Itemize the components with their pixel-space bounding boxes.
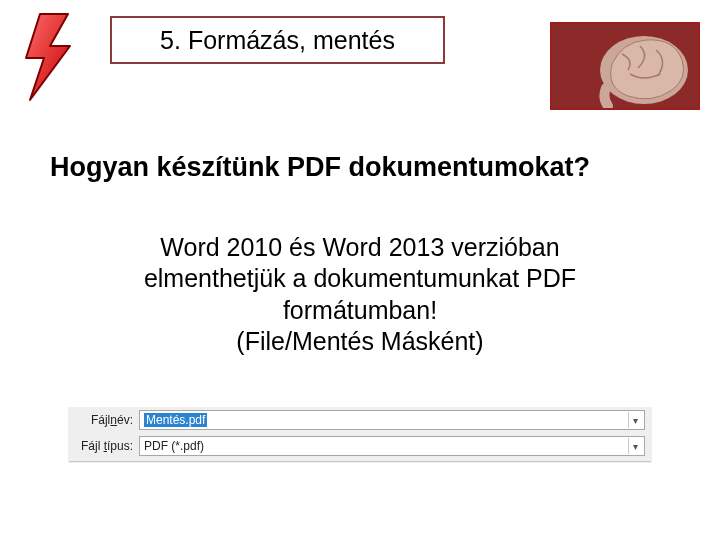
divider (69, 461, 651, 462)
body-line: (File/Mentés Másként) (80, 326, 640, 357)
filetype-label: Fájl típus: (75, 439, 133, 453)
body-line: Word 2010 és Word 2013 verzióban (80, 232, 640, 263)
chevron-down-icon[interactable]: ▾ (628, 412, 642, 428)
filename-row: Fájlnév: Mentés.pdf ▾ (69, 408, 651, 432)
body-text: Word 2010 és Word 2013 verzióban elmenth… (80, 232, 640, 357)
body-line: elmenthetjük a dokumentumunkat PDF (80, 263, 640, 294)
label-part: ípus: (107, 439, 133, 453)
svg-marker-0 (26, 14, 70, 100)
slide-title: 5. Formázás, mentés (160, 26, 395, 55)
save-as-dialog: Fájlnév: Mentés.pdf ▾ Fájl típus: PDF (*… (68, 407, 652, 463)
title-box: 5. Formázás, mentés (110, 16, 445, 64)
chevron-down-icon[interactable]: ▾ (628, 438, 642, 454)
label-underline: n (110, 413, 117, 427)
lightning-icon (20, 12, 80, 106)
brain-image (550, 22, 700, 110)
filetype-field[interactable]: PDF (*.pdf) ▾ (139, 436, 645, 456)
label-part: Fájl (91, 413, 110, 427)
filename-field[interactable]: Mentés.pdf ▾ (139, 410, 645, 430)
label-part: Fájl (81, 439, 104, 453)
label-part: év: (117, 413, 133, 427)
question-heading: Hogyan készítünk PDF dokumentumokat? (50, 152, 670, 183)
body-line: formátumban! (80, 295, 640, 326)
filename-label: Fájlnév: (75, 413, 133, 427)
filetype-row: Fájl típus: PDF (*.pdf) ▾ (69, 434, 651, 458)
filetype-value: PDF (*.pdf) (144, 439, 204, 453)
filename-value: Mentés.pdf (144, 413, 207, 427)
slide: 5. Formázás, mentés Hogyan készítünk PDF… (0, 0, 720, 540)
